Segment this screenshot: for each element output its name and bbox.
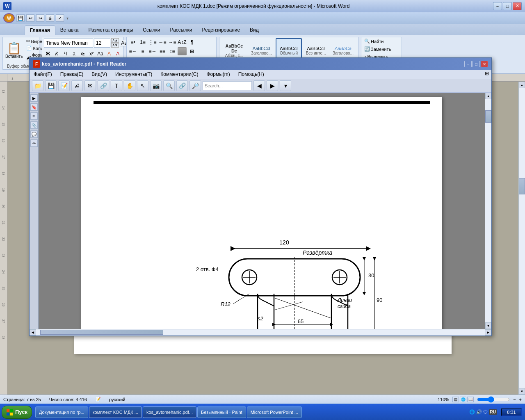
subscript-button[interactable]: x₂ — [79, 50, 87, 58]
pdf-menu-help[interactable]: Помощь(H) — [237, 71, 266, 78]
tab-view[interactable]: Вид — [245, 25, 264, 35]
word-minimize-button[interactable]: − — [493, 2, 502, 10]
pdf-next-result[interactable]: ▶ — [267, 80, 278, 91]
pdf-nav-btn[interactable]: ▶ — [30, 94, 38, 102]
pdf-menu-view[interactable]: Вид(V) — [90, 71, 109, 78]
pdf-scroll-thumb[interactable] — [485, 110, 491, 123]
multilevel-list-button[interactable]: ⋮≡ — [148, 38, 157, 46]
spell-check-quick-btn[interactable]: ✓ — [56, 14, 64, 22]
pdf-minimize-button[interactable]: − — [464, 61, 472, 67]
pdf-print-button[interactable]: 🖨 — [71, 80, 83, 91]
increase-indent-button[interactable]: →≡ — [168, 38, 177, 46]
start-button[interactable]: Пуск — [2, 406, 32, 419]
pdf-sign-btn[interactable]: ✏ — [30, 139, 38, 147]
pdf-menu-tools[interactable]: Инструменты(T) — [114, 71, 154, 78]
line-spacing-button[interactable]: ↕≡ — [168, 47, 177, 55]
pdf-close-button[interactable]: ✕ — [481, 61, 488, 67]
pdf-scroll-track[interactable] — [485, 99, 491, 322]
word-scroll-thumb[interactable] — [519, 178, 525, 194]
font-name-input[interactable]: Times New Roman — [44, 39, 93, 48]
tab-page-layout[interactable]: Разметка страницы — [83, 25, 138, 35]
pdf-snapshot-button[interactable]: 📷 — [150, 80, 162, 91]
pdf-save-button[interactable]: 💾 — [45, 80, 57, 91]
tab-mailings[interactable]: Рассылки — [165, 25, 197, 35]
zoom-plus[interactable]: + — [519, 397, 522, 402]
pdf-link-button[interactable]: 🔗 — [176, 80, 188, 91]
bold-button[interactable]: Ж — [44, 50, 52, 58]
word-close-button[interactable]: ✕ — [513, 2, 522, 10]
pdf-expand-icon[interactable]: ⊞ — [485, 71, 489, 78]
pdf-menu-file[interactable]: Файл(F) — [32, 71, 54, 78]
pdf-page-container[interactable]: 120 Развёртка — [39, 93, 485, 329]
align-left-button[interactable]: ≡← — [128, 47, 137, 55]
paste-button[interactable]: 📋 Вставить — [5, 42, 23, 59]
tab-insert[interactable]: Вставка — [55, 25, 84, 35]
word-restore-button[interactable]: □ — [503, 2, 512, 10]
tab-home[interactable]: Главная — [25, 25, 55, 35]
taskbar-item-word[interactable]: комплект КОС МДК ... — [89, 406, 142, 418]
pdf-find-button[interactable]: 🔎 — [189, 80, 201, 91]
pdf-hand-button[interactable]: ✋ — [124, 80, 135, 91]
font-size-increase[interactable]: A▲ — [111, 38, 119, 43]
view-normal-btn[interactable]: ▤ — [452, 397, 459, 402]
pdf-bookmark-btn[interactable]: 🔖 — [30, 103, 38, 111]
pdf-scroll-left[interactable]: ◀ — [30, 329, 36, 336]
taskbar-item-pdf[interactable]: kos_avtomehanic.pdf... — [143, 406, 196, 418]
word-scroll-track[interactable] — [519, 88, 525, 388]
pdf-scroll-up[interactable]: ▲ — [485, 93, 491, 99]
pdf-search-input[interactable] — [203, 81, 252, 90]
find-button[interactable]: 🔍 Найти — [363, 38, 400, 44]
pdf-scroll-thumb-h[interactable] — [40, 330, 163, 335]
replace-button[interactable]: 🔄 Заменить — [363, 46, 400, 52]
pdf-scroll-track-h[interactable] — [36, 329, 485, 336]
zoom-minus[interactable]: − — [513, 397, 516, 402]
pdf-menu-edit[interactable]: Правка(E) — [59, 71, 85, 78]
pdf-ocr-button[interactable]: 📝 — [58, 80, 70, 91]
pdf-menu-forms[interactable]: Формы(m) — [205, 71, 231, 78]
undo-quick-btn[interactable]: ↩ — [26, 14, 34, 22]
word-scroll-down[interactable]: ▼ — [519, 388, 525, 395]
pdf-typewriter-button[interactable]: T — [111, 80, 122, 91]
italic-button[interactable]: К — [52, 50, 60, 58]
text-highlight-button[interactable]: А — [105, 50, 113, 58]
underline-button[interactable]: Ч — [62, 50, 69, 58]
word-scroll-up[interactable]: ▲ — [519, 82, 525, 88]
pdf-share-button[interactable]: 🔗 — [98, 80, 109, 91]
pdf-layers-btn[interactable]: ≡ — [30, 112, 38, 120]
pdf-prev-result[interactable]: ◀ — [253, 80, 265, 91]
pdf-scroll-down[interactable]: ▼ — [485, 322, 491, 329]
view-web-btn[interactable]: 🌐 — [460, 397, 466, 402]
sort-button[interactable]: A↕Z — [178, 38, 187, 46]
align-right-button[interactable]: ≡→ — [148, 47, 157, 55]
office-button[interactable]: W — [3, 13, 15, 23]
pdf-attach-btn[interactable]: 📎 — [30, 121, 38, 129]
justify-button[interactable]: ≡≡ — [158, 47, 167, 55]
strikethrough-button[interactable]: a — [70, 50, 78, 58]
font-color-button[interactable]: А — [114, 50, 122, 58]
shading-button[interactable] — [178, 47, 187, 55]
pdf-select-button[interactable]: ↖ — [137, 80, 148, 91]
pdf-restore-button[interactable]: □ — [472, 61, 480, 67]
font-size-decrease[interactable]: A▼ — [111, 43, 119, 48]
align-center-button[interactable]: ≡ — [138, 47, 147, 55]
numbering-button[interactable]: 1≡ — [138, 38, 147, 46]
tab-review[interactable]: Рецензирование — [197, 25, 245, 35]
zoom-slider[interactable] — [477, 396, 510, 403]
print-preview-quick-btn[interactable]: 🖨 — [46, 14, 54, 22]
pdf-email-button[interactable]: ✉ — [84, 80, 96, 91]
pdf-comment-btn[interactable]: 💬 — [30, 130, 38, 138]
pdf-zoom-button[interactable]: 🔍 — [163, 80, 175, 91]
pdf-scroll-right[interactable]: ▶ — [485, 329, 491, 336]
pdf-open-button[interactable]: 📁 — [32, 80, 43, 91]
quick-access-dropdown-icon[interactable]: ▾ — [66, 16, 68, 21]
change-case-button[interactable]: Aa — [96, 50, 104, 58]
superscript-button[interactable]: x² — [88, 50, 96, 58]
borders-button[interactable]: ⊞ — [187, 47, 196, 55]
taskbar-item-ppt[interactable]: Microsoft PowerPoint ... — [247, 406, 302, 418]
bullets-button[interactable]: ≡• — [128, 38, 137, 46]
show-formatting-button[interactable]: ¶ — [187, 38, 196, 46]
decrease-indent-button[interactable]: ←≡ — [158, 38, 167, 46]
taskbar-item-paint[interactable]: Безымянный - Paint — [197, 406, 246, 418]
taskbar-item-docs[interactable]: Документация по гр... — [35, 406, 88, 418]
save-quick-btn[interactable]: 💾 — [16, 14, 25, 22]
